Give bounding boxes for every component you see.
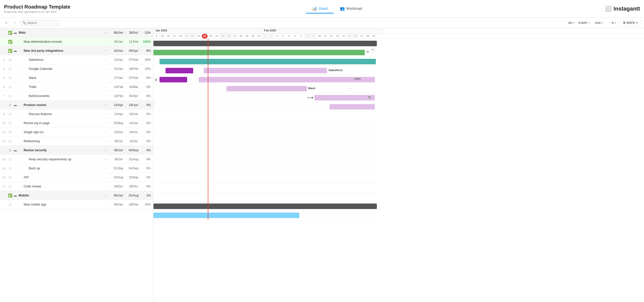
task-row-3rdparty[interactable]: ✅ ▬ New 3rd party integrations - 10/Jan … — [0, 46, 153, 55]
day-16: 16 — [166, 34, 172, 39]
task-name-backup: Back up — [18, 167, 101, 170]
task-name-salesforce: Salesforce — [18, 58, 101, 62]
feb-day-15: 15 — [347, 34, 353, 39]
app-title: Product Roadmap Template — [4, 4, 85, 10]
bar-3rdparty[interactable] — [159, 59, 376, 64]
check-icon-discuss: ⊙ — [9, 112, 12, 116]
search-input[interactable] — [27, 21, 58, 25]
bar-mobile[interactable] — [153, 204, 377, 209]
col-start[interactable]: START ▼ — [577, 21, 592, 24]
collapse-product-review[interactable]: ▬ — [13, 103, 18, 107]
task-row-mobile-app[interactable]: ⊙ New mobile app - 06/Jan 28/Feb 10% — [0, 200, 153, 209]
gantt-row-refactoring — [153, 147, 377, 157]
logo-text: Instagantt — [614, 6, 640, 12]
task-row-revise-security[interactable]: ⊙ ▬ Revise security - 06/Jul 04/Sep 0% — [0, 146, 153, 155]
remove-col-button[interactable]: － — [12, 20, 18, 26]
task-eh-3rdparty: - — [101, 49, 111, 53]
bar-mobile-app[interactable] — [153, 213, 299, 218]
gantt-row-backup — [153, 175, 377, 184]
bar-salesforce-1[interactable] — [166, 68, 193, 73]
feb-day-12: 12 — [329, 34, 335, 39]
feb-day-17: 17 — [359, 34, 365, 39]
plus-admin[interactable]: + — [370, 47, 376, 53]
task-row-admin-console[interactable]: ✅ New administrative console - 06/Jan 21… — [0, 37, 153, 46]
task-row-netdocs[interactable]: 7 ⊙ NetDocuments - 12/Feb 04/Apr 0% — [0, 91, 153, 100]
day-22-today: 22 — [202, 34, 208, 39]
left-panel: ✅ ▬ Web: - 06/Jan 26/Oct 12% ✅ New admin… — [0, 28, 153, 302]
task-pct-web: 12% — [141, 31, 152, 34]
sort-eh-icon: ▼ — [573, 22, 575, 24]
day-25: 25 — [220, 34, 226, 39]
gantt-row-mobile-app — [153, 211, 377, 220]
day-20: 20 — [190, 34, 196, 39]
feb-day-1: 1 — [262, 34, 268, 39]
feb-day-10: 10 — [316, 34, 323, 39]
task-name-web: Web: — [18, 31, 101, 34]
task-row-web[interactable]: ✅ ▬ Web: - 06/Jan 26/Oct 12% — [0, 28, 153, 37]
task-row-refactoring[interactable]: 12 ⊙ Refactoring - 06/Jul 24/Jul 0% — [0, 137, 153, 146]
check-icon-slack: ⊙ — [9, 76, 12, 80]
task-name-api: API — [18, 176, 101, 179]
bar-admin[interactable] — [153, 50, 365, 55]
task-row-trello[interactable]: 6 ⊙ Trello - 10/Feb 18/Mar 0% — [0, 82, 153, 91]
bar-label-salesforce: Salesforce — [329, 69, 343, 72]
bar-gcal-2[interactable] — [199, 77, 375, 82]
task-row-sso[interactable]: 11 ⊙ Single sign-on - 19/Jun 04/Jul 0% — [0, 128, 153, 137]
add-col-button[interactable]: ＋ — [3, 20, 10, 26]
app-header: Product Roadmap Template Read-only view,… — [0, 0, 644, 18]
collapse-revise-security[interactable]: ▬ — [13, 148, 18, 153]
task-row-product-review[interactable]: ⊙ ▬ Product review - 13/Apr 18/Jun 0% — [0, 100, 153, 110]
search-box[interactable]: 🔍 — [20, 20, 60, 26]
task-name-revise-login: Revise log in page — [18, 121, 101, 125]
day-29: 29 — [244, 34, 250, 39]
bar-trello[interactable] — [314, 95, 375, 100]
task-due-web: 26/Oct — [126, 31, 141, 34]
day-18: 18 — [178, 34, 184, 39]
bar-web[interactable] — [153, 41, 377, 46]
task-row-keep-security[interactable]: 14 ⊙ Keep security requirements up - 06/… — [0, 155, 153, 164]
task-row-api[interactable]: 16 ⊙ API - 03/Aug 20/Sep 0% — [0, 173, 153, 182]
col-due[interactable]: DUE ▼ — [592, 21, 607, 24]
trello-dep-arrow — [312, 96, 313, 99]
task-row-salesforce[interactable]: 3 ⊙ Salesforce - 13/Jan 07/Feb 20% — [0, 55, 153, 64]
task-pct-admin: 100% — [141, 40, 152, 43]
task-start-web: 06/Jan — [111, 31, 126, 34]
task-row-mobile[interactable]: ✅ ▬ Mobile: - 06/Jan 21/Aug 1% — [0, 191, 153, 200]
bar-gcal-1[interactable] — [159, 77, 187, 82]
tab-gantt[interactable]: 📊 Gantt — [306, 4, 334, 14]
col-pct[interactable]: % ▼ — [607, 21, 618, 24]
check-icon-salesforce: ⊙ — [9, 58, 12, 62]
task-row-revise-login[interactable]: 10 ⊙ Revise log in page - 25/May 24/Jun … — [0, 119, 153, 128]
collapse-web[interactable]: ▬ — [13, 30, 18, 35]
col-eh[interactable]: EH ▼ — [567, 21, 577, 24]
task-name-discuss: Discuss features — [18, 112, 101, 116]
task-name-sso: Single sign-on — [18, 130, 101, 134]
feb-day-6: 6 — [292, 34, 298, 39]
gantt-row-cr — [153, 193, 377, 202]
task-row-gcal[interactable]: 4 ⊙ Google Calendar - 15/Jan 28/Feb 10% — [0, 64, 153, 73]
task-row-code-review[interactable]: 17 ⊙ Code review - 26/Oct 26/Oct 0% — [0, 182, 153, 191]
task-row-discuss[interactable]: 9 ⊙ Discuss features - 13/Apr 18/Jun 0% — [0, 110, 153, 119]
day-4: 4 — [153, 34, 159, 39]
gantt-row-discuss — [153, 120, 377, 129]
tab-workload[interactable]: 👥 Workload — [334, 4, 368, 14]
task-due-3rdparty: 04/Apr — [126, 49, 141, 53]
bar-netdocs[interactable] — [330, 104, 375, 110]
task-row-backup[interactable]: 15 ⊙ Back up - 01/Sep 04/Sep 0% — [0, 164, 153, 173]
day-15: 15 — [159, 34, 166, 39]
bar-salesforce-2[interactable] — [204, 68, 327, 73]
task-name-slack: Slack — [18, 76, 101, 80]
feb-day-11: 11 — [323, 34, 329, 39]
task-name-refactoring: Refactoring — [18, 139, 101, 143]
settings-icon: ⚙ — [623, 21, 626, 25]
check-icon-trello: ⊙ — [9, 85, 12, 89]
collapse-mobile[interactable]: ▬ — [13, 193, 18, 198]
month-row: Jan 2020 Feb 2020 — [153, 28, 644, 34]
days-button[interactable]: ⚙ DAYS ▼ — [620, 20, 641, 26]
collapse-3rdparty[interactable]: ▬ — [13, 48, 18, 53]
gantt-panel[interactable]: Jan 2020 Feb 2020 4 15 16 17 18 19 20 21… — [153, 28, 644, 302]
day-row: 4 15 16 17 18 19 20 21 22 23 24 25 26 27… — [153, 34, 644, 39]
task-row-slack[interactable]: 5 ⊙ Slack - 27/Jan 07/Feb 0% — [0, 73, 153, 82]
day-28: 28 — [238, 34, 244, 39]
bar-slack[interactable] — [226, 86, 307, 91]
